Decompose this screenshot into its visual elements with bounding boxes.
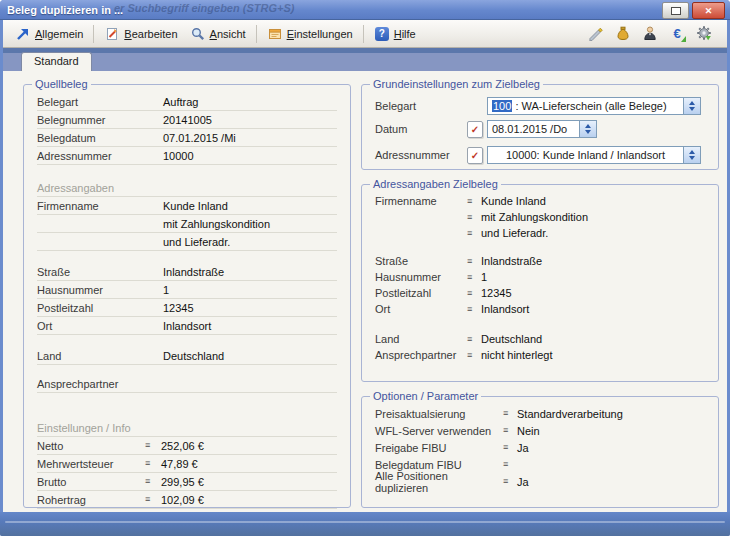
close-button[interactable]: ✕ xyxy=(692,2,725,19)
field-value: Ja xyxy=(517,476,529,488)
pen-button[interactable] xyxy=(587,25,605,43)
gear-refresh-button[interactable] xyxy=(695,25,713,43)
datum-value: 08.01.2015 /Do xyxy=(488,123,579,135)
field-value: 07.01.2015 /Mi xyxy=(163,132,236,144)
equals-marker-icon: ≡ xyxy=(503,426,517,435)
field-label: Adressnummer xyxy=(375,149,467,161)
equals-marker-icon: ≡ xyxy=(467,351,481,360)
menu-hilfe[interactable]: ? Hilfe xyxy=(368,24,422,44)
belegart-combobox-value: 100 : WA-Lieferschein (alle Belege) xyxy=(488,100,683,112)
equals-marker-icon: ≡ xyxy=(145,459,161,468)
field-label: Belegdatum xyxy=(37,132,163,144)
euro-refresh-button[interactable]: € xyxy=(668,25,686,43)
window-bottom-frame[interactable] xyxy=(0,512,730,536)
pen-icon xyxy=(588,25,604,43)
equals-marker-icon: ≡ xyxy=(467,213,481,222)
postleitzahl-row: Postleitzahl 12345 xyxy=(37,299,337,317)
spinner-button[interactable] xyxy=(683,98,700,114)
tab-standard[interactable]: Standard xyxy=(21,52,92,71)
adressangaben-zielbeleg-panel-title: Adressangaben Zielbeleg xyxy=(370,178,501,190)
field-value: Nein xyxy=(517,425,540,437)
belegdatum-row: Belegdatum 07.01.2015 /Mi xyxy=(37,129,337,147)
menu-allgemein-label: Allgemein xyxy=(35,28,83,40)
adressnummer-combobox[interactable]: 10000: Kunde Inland / Inlandsort xyxy=(487,146,701,164)
magnifier-icon xyxy=(190,26,206,42)
ziel-postleitzahl-row: Postleitzahl ≡ 12345 xyxy=(375,285,705,301)
rohertrag-row: Rohertrag ≡ 102,09 € xyxy=(37,491,337,509)
field-label: Hausnummer xyxy=(375,271,467,283)
restore-icon xyxy=(671,7,681,15)
menu-ansicht[interactable]: Ansicht xyxy=(184,24,252,44)
belegnummer-row: Belegnummer 20141005 xyxy=(37,111,337,129)
spinner-button[interactable] xyxy=(683,147,700,163)
ziel-belegart-row: Belegart 100 : WA-Lieferschein (alle Bel… xyxy=(375,96,705,116)
datum-input[interactable]: 08.01.2015 /Do xyxy=(487,120,597,138)
ziel-firmenname-row-2: ≡ mit Zahlungskondition xyxy=(375,209,705,225)
field-label: Mehrwertsteuer xyxy=(37,458,145,470)
adressangaben-zielbeleg-panel: Adressangaben Zielbeleg Firmenname ≡ Kun… xyxy=(361,178,719,382)
gear-refresh-icon xyxy=(696,25,712,43)
chevron-up-icon xyxy=(689,150,695,154)
field-value: 20141005 xyxy=(163,114,212,126)
equals-marker-icon: ≡ xyxy=(467,229,481,238)
toolbar-separator xyxy=(363,25,364,43)
belegart-combobox[interactable]: 100 : WA-Lieferschein (alle Belege) xyxy=(487,97,701,115)
field-label: Land xyxy=(37,350,163,362)
quellbeleg-panel-title: Quellbeleg xyxy=(32,78,91,90)
field-label: Freigabe FIBU xyxy=(375,442,503,454)
grundeinstellungen-panel-title: Grundeinstellungen zum Zielbeleg xyxy=(370,78,543,90)
field-value: 47,89 € xyxy=(161,458,198,470)
land-row: Land Deutschland xyxy=(37,347,337,365)
equals-marker-icon: ≡ xyxy=(503,477,517,486)
field-value: mit Zahlungskondition xyxy=(481,211,588,223)
adressnummer-combobox-value: 10000: Kunde Inland / Inlandsort xyxy=(488,149,683,161)
ziel-adressnummer-row: Adressnummer ✓ 10000: Kunde Inland / Inl… xyxy=(375,145,705,165)
equals-marker-icon: ≡ xyxy=(467,273,481,282)
field-value: Auftrag xyxy=(163,96,198,108)
field-value: nicht hinterlegt xyxy=(481,349,553,361)
red-check-icon[interactable]: ✓ xyxy=(467,121,483,138)
wfl-server-row: WFL-Server verwenden ≡ Nein xyxy=(375,422,705,439)
user-button[interactable] xyxy=(641,25,659,43)
equals-marker-icon: ≡ xyxy=(145,441,161,450)
adressnummer-row: Adressnummer 10000 xyxy=(37,147,337,165)
adressangaben-header: Adressangaben xyxy=(37,179,337,197)
firmenname-row-3: und Lieferadr. xyxy=(37,233,337,251)
field-value: Kunde Inland xyxy=(481,195,546,207)
dialog-window: er Suchbegriff eingeben (STRG+S) Beleg d… xyxy=(0,0,730,536)
menu-allgemein[interactable]: Allgemein xyxy=(9,24,89,44)
field-label: Ansprechpartner xyxy=(375,349,467,361)
menu-bearbeiten[interactable]: Bearbeiten xyxy=(98,24,183,44)
ziel-hausnummer-row: Hausnummer ≡ 1 xyxy=(375,269,705,285)
field-label: Firmenname xyxy=(375,195,467,207)
field-label: Belegnummer xyxy=(37,114,163,126)
field-value: 299,95 € xyxy=(161,476,204,488)
window-title: Beleg duplizieren in ... xyxy=(7,4,123,16)
field-label: Belegart xyxy=(37,96,163,108)
field-value: 102,09 € xyxy=(161,494,204,506)
ziel-firmenname-row: Firmenname ≡ Kunde Inland xyxy=(375,193,705,209)
field-value: Ja xyxy=(517,442,529,454)
titlebar[interactable]: er Suchbegriff eingeben (STRG+S) Beleg d… xyxy=(0,0,730,20)
equals-marker-icon: ≡ xyxy=(503,443,517,452)
close-icon: ✕ xyxy=(705,6,713,16)
restore-button[interactable] xyxy=(662,2,689,19)
quellbeleg-panel: Quellbeleg Belegart Auftrag Belegnummer … xyxy=(23,78,351,508)
equals-marker-icon: ≡ xyxy=(145,495,161,504)
field-label: Hausnummer xyxy=(37,284,163,296)
field-label: Ansprechpartner xyxy=(37,378,163,390)
menu-bearbeiten-label: Bearbeiten xyxy=(124,28,177,40)
field-label: Rohertrag xyxy=(37,494,145,506)
strasse-row: Straße Inlandstraße xyxy=(37,263,337,281)
spinner-button[interactable] xyxy=(579,121,596,137)
field-label: Firmenname xyxy=(37,200,163,212)
field-value: mit Zahlungskondition xyxy=(163,218,270,230)
red-check-icon[interactable]: ✓ xyxy=(467,147,483,164)
help-icon: ? xyxy=(374,26,390,42)
arrow-up-right-icon xyxy=(15,26,31,42)
field-label: Alle Positionen duplizieren xyxy=(375,470,503,494)
menu-einstellungen[interactable]: Einstellungen xyxy=(261,24,359,44)
ziel-datum-row: Datum ✓ 08.01.2015 /Do xyxy=(375,119,705,139)
money-bag-button[interactable] xyxy=(614,25,632,43)
field-label: Ort xyxy=(37,320,163,332)
